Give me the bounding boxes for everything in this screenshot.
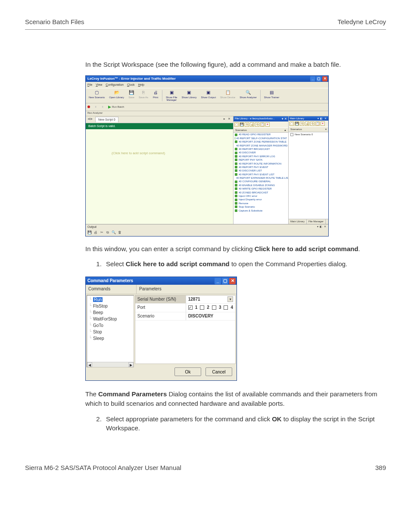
list-item[interactable]: 40 REPORT ZONE MANAGER PASSWORD (234, 144, 288, 147)
menubar[interactable]: File View Configuration Clock Help (86, 82, 328, 88)
list-item[interactable]: Remove (234, 202, 288, 205)
open-library-button[interactable]: 📂Open Library (107, 89, 126, 102)
main-library-title[interactable]: Main Library ▾ ◧ ✕ (289, 116, 328, 121)
menu-clock[interactable]: Clock (127, 83, 135, 87)
new-icon[interactable]: ▢ (290, 121, 294, 126)
menu-view[interactable]: View (96, 83, 102, 87)
scroll-right-icon[interactable]: ▶ (128, 362, 134, 367)
find-icon[interactable]: 🔍 (112, 230, 116, 235)
print-button[interactable]: 🖨Print (151, 89, 160, 102)
new-scenario-button[interactable]: ▢New Scenario (87, 89, 106, 102)
file-library-column-header[interactable]: Scenarios▲ (234, 128, 288, 133)
print-icon[interactable]: 🖨 (250, 122, 254, 127)
cmd-waitforstop[interactable]: WaitForStop (88, 316, 133, 322)
copy2-icon[interactable]: ⧉ (310, 121, 314, 126)
list-item[interactable]: Inject CRC error (234, 194, 288, 198)
print-icon[interactable]: 🖨 (93, 230, 98, 235)
panel-controls[interactable]: ▾ ✕ (282, 117, 287, 121)
list-item[interactable]: 40 ENABLE DISABLE ZONING (234, 184, 288, 187)
delete-icon[interactable]: ✕ (265, 122, 270, 127)
save-icon[interactable]: 💾 (87, 230, 92, 235)
scroll-left-icon[interactable]: ◀ (87, 362, 92, 367)
checkbox-icon[interactable] (290, 133, 293, 136)
list-item[interactable]: 40 CONFIGURE GENERAL (234, 180, 288, 183)
delete-icon[interactable]: ✕ (321, 121, 325, 126)
maximize-icon[interactable]: ▢ (316, 76, 321, 81)
minimize-icon[interactable]: _ (215, 278, 221, 284)
list-item[interactable]: 40 WRITE GPIO REGISTER (234, 187, 288, 190)
param-serial-value[interactable]: 12871 ▾ (186, 296, 235, 304)
minimize-icon[interactable]: _ (310, 76, 315, 81)
tab-file-manager[interactable]: File Manager (307, 219, 326, 224)
cut-icon[interactable]: ✂ (100, 230, 104, 235)
print-icon[interactable]: 🖨 (305, 121, 309, 126)
scenario-list[interactable]: 40 READ GPIO REGISTER40 REPORT SELF-CONF… (234, 133, 288, 224)
list-item[interactable]: 40 DISCOVER (234, 151, 288, 154)
list-item[interactable]: 40 REPORT SELF-CONFIGURATION STAT (234, 137, 288, 140)
commands-tree[interactable]: Run FlsStop Beep WaitForStop GoTo Stop S… (87, 295, 134, 367)
script-area[interactable]: (Click here to add script command) (86, 129, 233, 224)
main-library-column-header[interactable]: Scenarios▾ (289, 127, 328, 132)
paste-icon[interactable]: 📋 (315, 121, 320, 126)
list-item[interactable]: REPORT PHY SATA (234, 158, 288, 162)
panel-controls[interactable]: ▾ ◧ ✕ (318, 117, 327, 121)
cmd-stop[interactable]: Stop (88, 329, 133, 335)
port-3-checkbox[interactable] (212, 305, 216, 310)
list-item[interactable]: Capture & Substitute (234, 209, 288, 212)
list-item[interactable]: 40 REPORT BROADCAST (234, 147, 288, 151)
maximize-icon[interactable]: ▢ (222, 278, 228, 284)
play-icon[interactable]: ▶ (108, 104, 111, 110)
param-port-value[interactable]: ✓1 2 3 4 (186, 304, 235, 312)
list-item[interactable]: Stop Scenario (234, 205, 288, 208)
list-item[interactable]: 40 REPORT ROUTE INFORMATION (234, 162, 288, 165)
menu-configuration[interactable]: Configuration (106, 83, 124, 87)
menu-help[interactable]: Help (138, 83, 144, 87)
show-output-button[interactable]: ▣Show Output (199, 89, 218, 102)
cmd-flsstop[interactable]: FlsStop (88, 303, 133, 309)
show-file-manager-button[interactable]: ▣Show File Manager (164, 89, 179, 102)
list-item[interactable]: Inject Disparity error (234, 198, 288, 201)
list-item[interactable]: 40 READ GPIO REGISTER (234, 133, 288, 136)
list-item[interactable]: 40 REPORT PHY ERROR LOG (234, 155, 288, 158)
paste-icon[interactable]: 📋 (260, 122, 265, 127)
list-item[interactable]: 40 DISCOVER LIST (234, 169, 288, 172)
port-4-checkbox[interactable] (224, 305, 228, 310)
cmd-run[interactable]: Run (88, 296, 133, 303)
file-library-title[interactable]: File Library - e:\lecroy\sas\infusio... … (234, 116, 288, 121)
list-item[interactable]: 40 REPORT PHY EVENT LIST (234, 173, 288, 176)
copy-icon[interactable]: ⧉ (245, 122, 249, 127)
close-icon[interactable]: ✕ (229, 278, 236, 284)
tab-main-library[interactable]: Main Library (289, 219, 307, 224)
list-item[interactable]: New Scenario 0 (289, 132, 328, 137)
ok-button[interactable]: Ok (174, 367, 201, 376)
close-icon[interactable]: ✕ (322, 76, 327, 81)
copy2-icon[interactable]: ⧉ (255, 122, 259, 127)
record-icon[interactable] (87, 106, 90, 108)
tab-controls[interactable]: ▸ ✕ (224, 117, 231, 122)
dropdown-icon[interactable]: ▾ (227, 296, 233, 302)
list-item[interactable]: 40 ZONED BROADCAST (234, 191, 288, 194)
param-scenario-value[interactable]: DISCOVERY (186, 312, 235, 321)
menu-file[interactable]: File (87, 83, 92, 87)
port-2-checkbox[interactable] (200, 305, 204, 310)
titlebar[interactable]: Command Parameters _ ▢ ✕ (86, 277, 237, 285)
cmd-sleep[interactable]: Sleep (88, 335, 133, 342)
save-icon[interactable]: 💾 (240, 122, 244, 127)
copy-icon[interactable]: ⧉ (106, 230, 110, 235)
cmd-beep[interactable]: Beep (88, 309, 133, 316)
main-library-list[interactable]: New Scenario 0 (289, 132, 328, 219)
show-trainer-button[interactable]: ▤Show Trainer (262, 89, 281, 102)
clear-icon[interactable]: 🗑 (118, 230, 122, 235)
list-item[interactable]: 40 REPORT ZONE PERMISSION TABLE (234, 140, 288, 143)
add-command-placeholder[interactable]: (Click here to add script command) (112, 151, 165, 156)
save-icon[interactable]: 💾 (295, 121, 299, 126)
panel-controls[interactable]: ▾ ◧ ✕ (317, 225, 327, 229)
copy-icon[interactable]: ⧉ (300, 121, 304, 126)
tab-new-script[interactable]: New Script 0 (95, 117, 118, 122)
list-item[interactable]: 40 REPORT EXPANDER ROUTE TABLE LIS (234, 176, 288, 180)
new-icon[interactable]: ▢ (234, 122, 239, 127)
show-analyzer-button[interactable]: 🔍Show Analyzer (238, 89, 258, 102)
show-library-button[interactable]: ▣Show Library (180, 89, 198, 102)
horizontal-scrollbar[interactable]: ◀ ▶ (87, 362, 134, 367)
cancel-button[interactable]: Cancel (206, 367, 232, 376)
